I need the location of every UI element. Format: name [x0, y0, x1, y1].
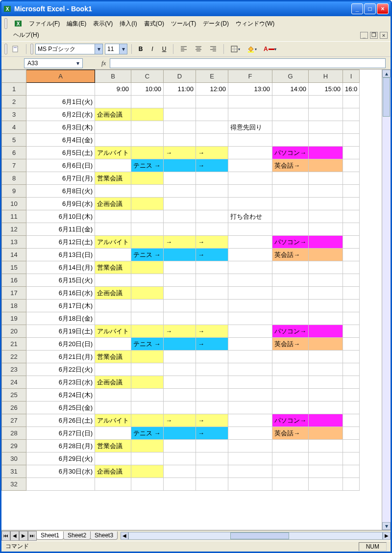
cell[interactable]: [131, 185, 164, 198]
font-size-input[interactable]: [105, 46, 119, 52]
cell[interactable]: [196, 389, 228, 402]
cell[interactable]: アルバイト: [95, 325, 131, 338]
tab-nav-last[interactable]: ⏭: [28, 531, 37, 541]
cell[interactable]: 12:00: [196, 83, 228, 96]
cell[interactable]: 6月17日(木): [26, 300, 95, 312]
cell[interactable]: →: [196, 159, 228, 172]
cell[interactable]: [131, 121, 164, 134]
cell[interactable]: [164, 159, 196, 172]
cell[interactable]: [164, 402, 196, 414]
cell[interactable]: [228, 147, 272, 159]
cell[interactable]: 6月1日(火): [26, 96, 95, 108]
formula-input[interactable]: [110, 58, 386, 68]
row-header[interactable]: 5: [2, 134, 26, 147]
cell[interactable]: [343, 147, 360, 159]
cell[interactable]: [228, 287, 272, 300]
cell[interactable]: [343, 96, 360, 108]
cell[interactable]: テニス →: [131, 338, 164, 351]
cell[interactable]: [131, 147, 164, 159]
cell[interactable]: [164, 198, 196, 210]
cell[interactable]: 6月30日(水): [26, 465, 95, 478]
cell[interactable]: [343, 185, 360, 198]
cell[interactable]: [343, 427, 360, 440]
cell[interactable]: [228, 108, 272, 121]
cells-table[interactable]: ABCDEFGHI 19:0010:0011:0012:0013:0014:00…: [1, 70, 360, 491]
cell[interactable]: [131, 440, 164, 452]
cell[interactable]: [164, 478, 196, 491]
cell[interactable]: テニス →: [131, 249, 164, 261]
cell[interactable]: [95, 312, 131, 325]
cell[interactable]: [343, 440, 360, 452]
cell[interactable]: [309, 261, 343, 274]
cell[interactable]: 6月7日(月): [26, 172, 95, 185]
cell[interactable]: [228, 236, 272, 249]
cell[interactable]: 6月4日(金): [26, 134, 95, 147]
cell[interactable]: [309, 312, 343, 325]
cell[interactable]: [95, 249, 131, 261]
cell[interactable]: [272, 134, 309, 147]
cell[interactable]: [272, 300, 309, 312]
cell[interactable]: [196, 261, 228, 274]
cell[interactable]: [272, 223, 309, 236]
cell[interactable]: [164, 210, 196, 223]
cell[interactable]: [309, 147, 343, 159]
cell[interactable]: 6月18日(金): [26, 312, 95, 325]
fx-icon[interactable]: fx: [101, 59, 106, 67]
cell[interactable]: [309, 96, 343, 108]
horizontal-scrollbar[interactable]: [128, 532, 383, 540]
cell[interactable]: [196, 351, 228, 363]
cell[interactable]: 6月21日(月): [26, 351, 95, 363]
cell[interactable]: [95, 300, 131, 312]
cell[interactable]: [95, 452, 131, 465]
cell[interactable]: [343, 172, 360, 185]
cell[interactable]: 6月27日(日): [26, 427, 95, 440]
cell[interactable]: [131, 465, 164, 478]
cell[interactable]: [309, 427, 343, 440]
print-preview-button[interactable]: [9, 44, 22, 54]
cell[interactable]: [95, 134, 131, 147]
cell[interactable]: →: [196, 427, 228, 440]
cell[interactable]: [228, 325, 272, 338]
cell[interactable]: [196, 223, 228, 236]
cell[interactable]: [164, 338, 196, 351]
cell[interactable]: 得意先回り: [228, 121, 272, 134]
cell[interactable]: [131, 108, 164, 121]
select-all-cell[interactable]: [2, 70, 26, 83]
cell[interactable]: 営業会議: [95, 440, 131, 452]
cell[interactable]: [95, 121, 131, 134]
cell[interactable]: [309, 274, 343, 287]
cell[interactable]: [228, 363, 272, 376]
cell[interactable]: [228, 376, 272, 389]
cell[interactable]: [131, 172, 164, 185]
cell[interactable]: 6月5日(土): [26, 147, 95, 159]
cell[interactable]: 6月12日(土): [26, 236, 95, 249]
cell[interactable]: [343, 363, 360, 376]
cell[interactable]: [309, 338, 343, 351]
borders-button[interactable]: ▾: [228, 44, 243, 54]
cell[interactable]: [343, 452, 360, 465]
column-header[interactable]: E: [196, 70, 228, 83]
cell[interactable]: [309, 236, 343, 249]
column-header[interactable]: C: [131, 70, 164, 83]
cell[interactable]: [95, 363, 131, 376]
cell[interactable]: [343, 159, 360, 172]
cell[interactable]: [309, 223, 343, 236]
cell[interactable]: [228, 478, 272, 491]
row-header[interactable]: 24: [2, 376, 26, 389]
cell[interactable]: [228, 351, 272, 363]
cell[interactable]: [343, 210, 360, 223]
row-header[interactable]: 29: [2, 440, 26, 452]
align-right-button[interactable]: [207, 44, 220, 54]
cell[interactable]: [343, 478, 360, 491]
cell[interactable]: 英会話→: [272, 338, 309, 351]
cell[interactable]: [196, 312, 228, 325]
cell[interactable]: 英会話→: [272, 159, 309, 172]
cell[interactable]: [131, 223, 164, 236]
cell[interactable]: [309, 465, 343, 478]
cell[interactable]: [228, 198, 272, 210]
cell[interactable]: [131, 312, 164, 325]
cell[interactable]: [164, 452, 196, 465]
cell[interactable]: →: [164, 236, 196, 249]
row-header[interactable]: 4: [2, 121, 26, 134]
cell[interactable]: [131, 134, 164, 147]
